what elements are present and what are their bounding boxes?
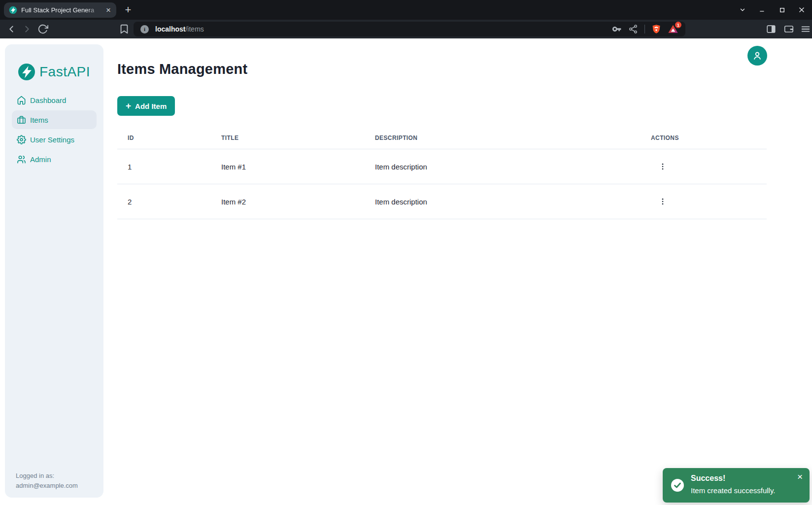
fastapi-logo: FastAPI [5, 61, 103, 83]
browser-tab[interactable]: Full Stack Project Genera × [4, 2, 116, 18]
row-actions-menu-button[interactable] [655, 194, 671, 209]
sidebar: FastAPI Dashboard Items [5, 44, 103, 498]
plus-icon: + [126, 101, 131, 110]
toolbar-divider [644, 25, 645, 34]
url-text[interactable]: localhost/items [155, 25, 204, 33]
page-content: FastAPI Dashboard Items [0, 38, 812, 505]
cell-id: 2 [117, 184, 211, 219]
fastapi-bolt-icon [18, 64, 35, 80]
cell-id: 1 [117, 149, 211, 184]
sidebar-item-dashboard[interactable]: Dashboard [12, 91, 97, 109]
sidebar-nav: Dashboard Items User Settings [12, 91, 97, 168]
logged-in-email: admin@example.com [16, 481, 78, 491]
brave-rewards-icon[interactable]: 1 [668, 24, 678, 34]
forward-button[interactable] [22, 24, 33, 34]
users-icon [17, 155, 26, 164]
reload-button[interactable] [37, 24, 48, 34]
cell-title: Item #1 [211, 149, 365, 184]
items-table: ID TITLE DESCRIPTION ACTIONS 1 Item #1 I… [117, 127, 767, 219]
sidebar-item-label: Items [30, 116, 48, 124]
ellipsis-vertical-icon [658, 197, 667, 206]
table-row: 2 Item #2 Item description [117, 184, 767, 219]
column-header-id: ID [117, 127, 211, 149]
cell-description: Item description [365, 149, 641, 184]
sidebar-item-items[interactable]: Items [12, 110, 97, 129]
tab-close-icon[interactable]: × [104, 6, 112, 14]
logo-text: FastAPI [39, 64, 90, 80]
menu-icon[interactable] [800, 24, 811, 34]
new-tab-button[interactable]: + [121, 3, 135, 17]
browser-toolbar: i localhost/items 1 [0, 20, 812, 38]
window-controls [736, 0, 808, 20]
logged-in-info: Logged in as: admin@example.com [16, 471, 78, 491]
tab-search-chevron-icon[interactable] [736, 3, 749, 16]
sidebar-item-admin[interactable]: Admin [12, 150, 97, 168]
gear-icon [17, 135, 26, 144]
success-toast: Success! Item created successfully. × [663, 468, 810, 503]
close-window-button[interactable] [795, 3, 808, 16]
sidebar-item-user-settings[interactable]: User Settings [12, 130, 97, 149]
cell-title: Item #2 [211, 184, 365, 219]
add-item-button[interactable]: + Add Item [117, 96, 175, 116]
ellipsis-vertical-icon [658, 162, 667, 171]
rewards-badge: 1 [675, 22, 681, 28]
sidebar-item-label: Dashboard [30, 96, 66, 104]
browser-window: Full Stack Project Genera × + [0, 0, 812, 505]
tab-bar: Full Stack Project Genera × + [0, 0, 812, 20]
address-bar[interactable]: i localhost/items 1 [134, 22, 685, 36]
site-info-icon[interactable]: i [140, 25, 149, 34]
tab-title: Full Stack Project Genera [21, 6, 104, 14]
minimize-button[interactable] [756, 3, 769, 16]
table-row: 1 Item #1 Item description [117, 149, 767, 184]
column-header-description: DESCRIPTION [365, 127, 641, 149]
briefcase-icon [17, 115, 26, 125]
main-content: Items Management + Add Item ID TITLE DES… [117, 38, 767, 219]
column-header-actions: ACTIONS [641, 127, 767, 149]
cell-description: Item description [365, 184, 641, 219]
url-host: localhost [155, 25, 185, 33]
fastapi-favicon-icon [9, 6, 17, 14]
page-title: Items Management [117, 61, 767, 77]
table-header-row: ID TITLE DESCRIPTION ACTIONS [117, 127, 767, 149]
wallet-icon[interactable] [783, 24, 794, 34]
maximize-button[interactable] [776, 3, 788, 16]
bookmark-icon[interactable] [119, 24, 130, 34]
check-circle-icon [671, 478, 684, 492]
sidebar-item-label: Admin [30, 155, 51, 164]
logged-in-label: Logged in as: [16, 471, 78, 481]
add-item-label: Add Item [135, 102, 167, 110]
toast-message: Item created successfully. [691, 486, 775, 495]
back-button[interactable] [6, 24, 17, 34]
column-header-title: TITLE [211, 127, 365, 149]
password-key-icon[interactable] [612, 24, 622, 34]
brave-shield-icon[interactable] [651, 24, 661, 34]
share-icon[interactable] [628, 24, 638, 34]
url-path: /items [185, 25, 203, 33]
row-actions-menu-button[interactable] [655, 159, 671, 174]
sidebar-item-label: User Settings [30, 135, 74, 144]
side-panel-icon[interactable] [766, 24, 777, 34]
home-icon [17, 96, 26, 105]
toast-title: Success! [691, 474, 725, 483]
toast-close-icon[interactable]: × [796, 471, 804, 483]
